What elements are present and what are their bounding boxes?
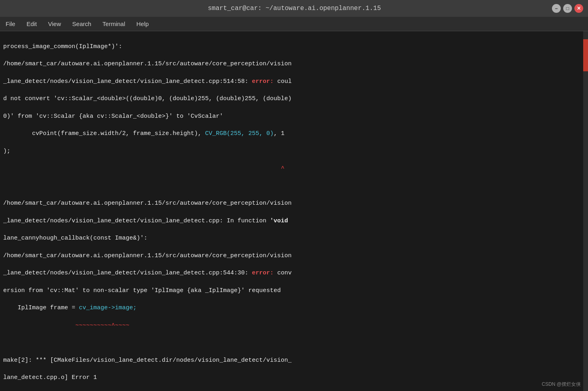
line-19: make[2]: *** [CMakeFiles/vision_lane_det…	[3, 356, 585, 365]
line-1: process_image_common(IplImage*)':	[3, 42, 585, 51]
line-18	[3, 339, 585, 347]
menu-search[interactable]: Search	[70, 19, 94, 29]
line-5: 0)' from 'cv::Scalar {aka cv::Scalar_<do…	[3, 112, 585, 121]
window-title: smart_car@car: ~/autoware.ai.openplanner…	[37, 5, 552, 12]
line-14: _lane_detect/nodes/vision_lane_detect/vi…	[3, 269, 585, 278]
terminal-window: smart_car@car: ~/autoware.ai.openplanner…	[0, 0, 588, 391]
line-10: /home/smart_car/autoware.ai.openplanner.…	[3, 199, 585, 208]
line-3: _lane_detect/nodes/vision_lane_detect/vi…	[3, 77, 585, 86]
line-16: IplImage frame = cv_image->image;	[3, 304, 585, 312]
line-6: cvPoint(frame_size.width/2, frame_size.h…	[3, 129, 585, 138]
menu-view[interactable]: View	[46, 19, 63, 29]
line-13: /home/smart_car/autoware.ai.openplanner.…	[3, 252, 585, 260]
window-controls: – □ ✕	[552, 4, 583, 13]
menu-file[interactable]: File	[3, 19, 18, 29]
line-17: ~~~~~~~~~~^~~~~	[3, 321, 585, 330]
line-15: ersion from 'cv::Mat' to non-scalar type…	[3, 286, 585, 295]
scrollbar[interactable]	[583, 31, 588, 391]
menu-bar: File Edit View Search Terminal Help	[0, 17, 588, 31]
scrollbar-thumb[interactable]	[583, 39, 588, 71]
line-7: );	[3, 147, 585, 156]
watermark: CSDN @摆烂女侠	[542, 381, 581, 388]
terminal-output: process_image_common(IplImage*)': /home/…	[3, 34, 585, 391]
line-20: lane_detect.cpp.o] Error 1	[3, 373, 585, 382]
title-bar: smart_car@car: ~/autoware.ai.openplanner…	[0, 0, 588, 17]
menu-terminal[interactable]: Terminal	[100, 19, 128, 29]
minimize-button[interactable]: –	[552, 4, 561, 13]
line-4: d not convert 'cv::Scalar_<double>((doub…	[3, 95, 585, 103]
menu-edit[interactable]: Edit	[24, 19, 39, 29]
line-11: _lane_detect/nodes/vision_lane_detect/vi…	[3, 217, 585, 226]
close-button[interactable]: ✕	[574, 4, 583, 13]
line-9	[3, 182, 585, 191]
line-12: lane_cannyhough_callback(const Image&)':	[3, 234, 585, 243]
menu-help[interactable]: Help	[134, 19, 151, 29]
line-8: ^	[3, 164, 585, 173]
terminal-body[interactable]: process_image_common(IplImage*)': /home/…	[0, 31, 588, 391]
maximize-button[interactable]: □	[563, 4, 572, 13]
line-2: /home/smart_car/autoware.ai.openplanner.…	[3, 60, 585, 69]
